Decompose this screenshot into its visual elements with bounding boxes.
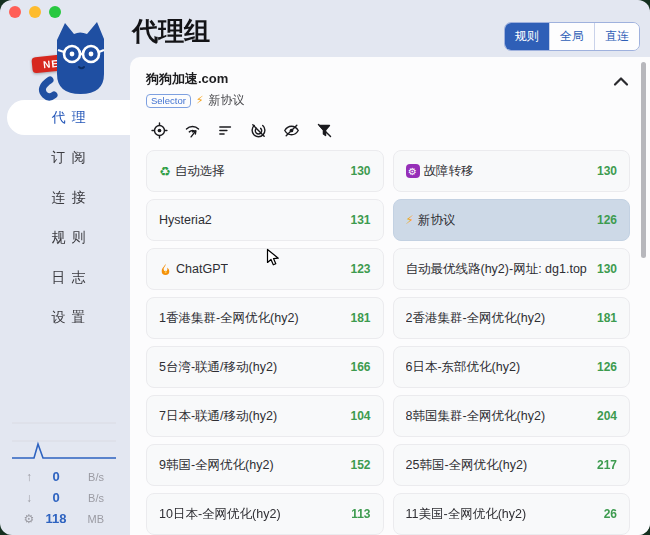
upload-unit: B/s	[74, 471, 104, 483]
proxy-card[interactable]: 2香港集群-全网优化(hy2)181	[393, 297, 631, 339]
speed-test-button[interactable]	[181, 119, 203, 141]
proxy-latency: 126	[589, 360, 617, 374]
proxy-card[interactable]: 25韩国-全网优化(hy2)217	[393, 444, 631, 486]
proxy-name: 25韩国-全网优化(hy2)	[406, 457, 528, 474]
recycle-icon: ♻	[159, 164, 171, 179]
proxy-card[interactable]: Hysteria2131	[146, 199, 384, 241]
upload-value: 0	[38, 469, 74, 484]
scrollbar-thumb[interactable]	[641, 62, 646, 258]
collapse-group-button[interactable]	[610, 71, 632, 93]
window-controls	[9, 6, 61, 18]
proxy-card[interactable]: ⚙故障转移130	[393, 150, 631, 192]
locate-node-button[interactable]	[148, 119, 170, 141]
proxy-card[interactable]: 8韩国集群-全网优化(hy2)204	[393, 395, 631, 437]
memory-value: 118	[38, 511, 74, 526]
proxy-card[interactable]: 6日本-东部优化(hy2)126	[393, 346, 631, 388]
proxy-card[interactable]: 9韩国-全网优化(hy2)152	[146, 444, 384, 486]
chevron-up-icon	[610, 71, 632, 93]
sort-button[interactable]	[214, 119, 236, 141]
mode-tab-2[interactable]: 直连	[594, 23, 639, 50]
sidebar-item-2[interactable]: 连接	[7, 180, 130, 215]
hide-details-button[interactable]	[280, 119, 302, 141]
locate-icon	[151, 122, 168, 139]
speed-test-icon	[184, 122, 201, 139]
proxy-group-panel: 狗狗加速.com Selector ⚡ 新协议	[130, 57, 650, 535]
zoom-button[interactable]	[49, 6, 61, 18]
proxy-latency: 26	[596, 507, 617, 521]
proxy-latency: 204	[589, 409, 617, 423]
sidebar-item-4[interactable]: 日志	[7, 260, 130, 295]
hide-unavailable-button[interactable]	[247, 119, 269, 141]
group-toolbar	[148, 119, 650, 141]
traffic-panel: ↑ 0 B/s ↓ 0 B/s ⚙ 118 MB	[0, 420, 130, 529]
sort-icon	[217, 122, 234, 139]
proxy-latency: 217	[589, 458, 617, 472]
proxy-card[interactable]: ⚡新协议126	[393, 199, 631, 241]
proxy-name: ⚙故障转移	[406, 163, 474, 180]
outbound-mode-switcher: 规则全局直连	[504, 22, 640, 51]
proxy-grid: ♻自动选择130⚙故障转移130Hysteria2131⚡新协议126ChatG…	[146, 150, 630, 535]
proxy-name: ⚡新协议	[406, 212, 456, 229]
proxy-card[interactable]: ChatGPT123	[146, 248, 384, 290]
proxy-name: 1香港集群-全网优化(hy2)	[159, 310, 299, 327]
memory-unit: MB	[74, 513, 104, 525]
lightning-icon: ⚡	[196, 94, 204, 107]
filter-off-icon	[316, 122, 333, 139]
group-header: 狗狗加速.com Selector ⚡ 新协议	[130, 57, 650, 109]
download-stat: ↓ 0 B/s	[0, 487, 130, 508]
proxy-card[interactable]: 7日本-联通/移动(hy2)104	[146, 395, 384, 437]
clear-filter-button[interactable]	[313, 119, 335, 141]
proxy-name: 9韩国-全网优化(hy2)	[159, 457, 274, 474]
proxy-card[interactable]: 1香港集群-全网优化(hy2)181	[146, 297, 384, 339]
sidebar-nav: 代理订阅连接规则日志设置	[0, 100, 130, 340]
minimize-button[interactable]	[29, 6, 41, 18]
sidebar-item-0[interactable]: 代理	[7, 100, 130, 135]
download-value: 0	[38, 490, 74, 505]
proxy-name: 10日本-全网优化(hy2)	[159, 506, 281, 523]
sidebar-item-1[interactable]: 订阅	[7, 140, 130, 175]
group-name: 狗狗加速.com	[146, 70, 634, 88]
proxy-card[interactable]: 自动最优线路(hy2)-网址: dg1.top130	[393, 248, 631, 290]
lightning-icon: ⚡	[406, 213, 414, 227]
proxy-name: ♻自动选择	[159, 163, 225, 180]
page-title: 代理组	[132, 14, 210, 49]
proxy-latency: 113	[343, 507, 370, 521]
proxy-latency: 130	[342, 164, 370, 178]
fire-icon	[159, 263, 172, 276]
signal-off-icon	[250, 122, 267, 139]
group-type-badge: Selector	[146, 94, 191, 108]
close-button[interactable]	[9, 6, 21, 18]
proxy-latency: 166	[342, 360, 370, 374]
proxy-card[interactable]: 10日本-全网优化(hy2)113	[146, 493, 384, 535]
proxy-latency: 131	[342, 213, 370, 227]
proxy-name: 7日本-联通/移动(hy2)	[159, 408, 277, 425]
proxy-name: 8韩国集群-全网优化(hy2)	[406, 408, 546, 425]
mode-tab-1[interactable]: 全局	[549, 23, 594, 50]
proxy-card[interactable]: 5台湾-联通/移动(hy2)166	[146, 346, 384, 388]
download-unit: B/s	[74, 492, 104, 504]
mode-tab-0[interactable]: 规则	[505, 23, 549, 50]
sidebar-item-5[interactable]: 设置	[7, 300, 130, 335]
proxy-name: Hysteria2	[159, 213, 212, 227]
sidebar: NEW 代理订阅连接规则日志设置 ↑ 0 B/s ↓ 0 B/s ⚙ 118 M…	[0, 0, 130, 535]
failover-gear-icon: ⚙	[406, 164, 420, 178]
proxy-latency: 130	[589, 164, 617, 178]
memory-stat: ⚙ 118 MB	[0, 508, 130, 529]
proxy-name: 2香港集群-全网优化(hy2)	[406, 310, 546, 327]
proxy-name: 自动最优线路(hy2)-网址: dg1.top	[406, 261, 587, 278]
traffic-sparkline	[12, 420, 116, 462]
app-window: 代理组 规则全局直连 NEW 代理订阅连接规则日志设置 ↑ 0	[0, 0, 650, 535]
eye-off-icon	[283, 122, 300, 139]
proxy-latency: 126	[589, 213, 617, 227]
memory-gear-icon: ⚙	[20, 512, 38, 526]
proxy-card[interactable]: 11美国-全网优化(hy2)26	[393, 493, 631, 535]
proxy-latency: 181	[589, 311, 617, 325]
current-node-label: 新协议	[209, 92, 245, 109]
proxy-latency: 130	[589, 262, 617, 276]
proxy-latency: 123	[342, 262, 370, 276]
upload-stat: ↑ 0 B/s	[0, 466, 130, 487]
proxy-card[interactable]: ♻自动选择130	[146, 150, 384, 192]
proxy-latency: 152	[342, 458, 370, 472]
sidebar-item-3[interactable]: 规则	[7, 220, 130, 255]
proxy-name: 6日本-东部优化(hy2)	[406, 359, 521, 376]
